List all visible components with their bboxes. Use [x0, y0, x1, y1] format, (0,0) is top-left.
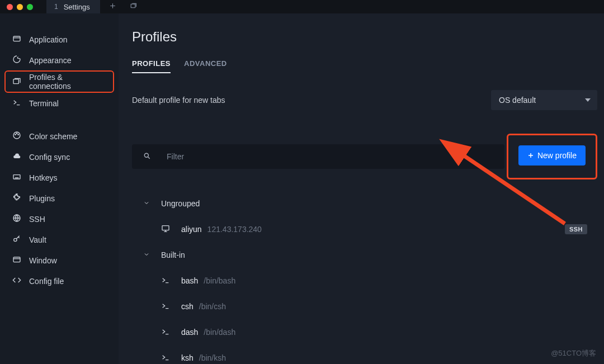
tab-profiles[interactable]: PROFILES	[132, 59, 171, 73]
windows-icon	[12, 77, 21, 87]
profile-group-header[interactable]: Ungrouped	[132, 191, 597, 216]
card-icon	[12, 255, 21, 266]
monitor-icon	[161, 224, 170, 235]
tab-title: Settings	[64, 3, 90, 11]
sidebar-item-label: Window	[29, 256, 57, 265]
sidebar-item-configsync[interactable]: Config sync	[0, 146, 119, 167]
puzzle-icon	[12, 193, 21, 204]
sidebar-item-application[interactable]: Application	[0, 29, 119, 50]
code-icon	[12, 276, 21, 286]
default-profile-select[interactable]: OS default	[491, 90, 597, 110]
profile-name: ksh	[181, 353, 194, 362]
profile-name: aliyun	[181, 225, 202, 234]
paint-icon	[12, 55, 21, 65]
profile-badge: SSH	[565, 224, 587, 234]
svg-point-11	[144, 153, 148, 157]
sidebar-item-label: Vault	[29, 235, 46, 244]
tab-advanced[interactable]: ADVANCED	[184, 59, 227, 73]
profile-path: /bin/dash	[204, 328, 235, 337]
sidebar-item-window[interactable]: Window	[0, 250, 119, 271]
prompt-icon	[12, 98, 21, 108]
sidebar-item-configfile[interactable]: Config file	[0, 271, 119, 291]
sidebar-item-colorscheme[interactable]: Color scheme	[0, 126, 119, 146]
svg-rect-10	[13, 257, 20, 262]
profile-subtabs: PROFILES ADVANCED	[132, 59, 597, 73]
annotation-new-profile-highlight: New profile	[507, 134, 597, 179]
svg-rect-12	[162, 225, 169, 230]
globe-icon	[12, 214, 21, 224]
sidebar-item-plugins[interactable]: Plugins	[0, 188, 119, 209]
key-icon	[12, 234, 21, 245]
profile-path: 121.43.173.240	[207, 225, 262, 234]
filter-input[interactable]	[167, 152, 493, 161]
sidebar-item-appearance[interactable]: Appearance	[0, 50, 119, 70]
sidebar-item-label: Appearance	[29, 56, 72, 65]
maximize-window-button[interactable]	[27, 4, 33, 10]
svg-point-5	[16, 133, 17, 134]
profile-row[interactable]: bash/bin/bash	[132, 268, 597, 294]
new-profile-button[interactable]: New profile	[518, 145, 586, 166]
sidebar-item-label: Plugins	[29, 194, 55, 203]
sidebar-item-vault[interactable]: Vault	[0, 229, 119, 250]
sidebar-item-label: Hotkeys	[29, 173, 58, 182]
default-profile-label: Default profile for new tabs	[132, 96, 491, 105]
profile-row[interactable]: ksh/bin/ksh	[132, 345, 597, 364]
profile-path: /bin/bash	[204, 276, 235, 285]
prompt-icon	[161, 327, 170, 338]
window-controls	[0, 4, 33, 10]
prompt-icon	[161, 276, 170, 286]
minimize-window-button[interactable]	[17, 4, 23, 10]
watermark: @51CTO博客	[551, 348, 596, 358]
svg-point-9	[14, 238, 17, 241]
tab-index: 1	[54, 3, 58, 11]
keyboard-icon	[12, 172, 21, 183]
sidebar-item-terminal[interactable]: Terminal	[0, 93, 119, 114]
profile-name: bash	[181, 276, 198, 285]
profile-name: csh	[181, 302, 194, 311]
cloud-icon	[12, 152, 21, 162]
tab-settings[interactable]: 1 Settings	[46, 0, 100, 13]
page-title: Profiles	[132, 29, 597, 45]
filter-box[interactable]	[132, 144, 504, 169]
sidebar-item-label: Profiles & connections	[29, 73, 105, 91]
sidebar-item-ssh[interactable]: SSH	[0, 209, 119, 229]
sidebar-item-label: Config sync	[29, 153, 70, 162]
new-tab-button[interactable]	[109, 2, 116, 11]
prompt-icon	[161, 301, 170, 312]
chevron-down-icon	[143, 199, 150, 208]
profile-path: /bin/ksh	[199, 353, 226, 362]
close-window-button[interactable]	[7, 4, 13, 10]
tabbar: 1 Settings	[46, 0, 100, 13]
profile-row[interactable]: aliyun121.43.173.240SSH	[132, 216, 597, 242]
sidebar-item-label: Terminal	[29, 99, 59, 108]
sidebar-item-label: Application	[29, 35, 68, 44]
sidebar-item-hotkeys[interactable]: Hotkeys	[0, 167, 119, 188]
svg-rect-1	[13, 36, 20, 41]
profile-row[interactable]: csh/bin/csh	[132, 294, 597, 319]
palette-icon	[12, 131, 21, 141]
sidebar-item-profiles[interactable]: Profiles & connections	[4, 70, 114, 93]
profile-list: Ungroupedaliyun121.43.173.240SSHBuilt-in…	[132, 191, 597, 364]
new-profile-label: New profile	[537, 151, 577, 160]
search-icon	[143, 152, 151, 162]
sidebar-item-label: SSH	[29, 215, 45, 224]
svg-rect-0	[131, 4, 135, 8]
card-icon	[12, 34, 21, 45]
profile-group-name: Built-in	[161, 250, 185, 259]
profile-group-header[interactable]: Built-in	[132, 242, 597, 268]
settings-main: Profiles PROFILES ADVANCED Default profi…	[119, 13, 604, 364]
titlebar: 1 Settings	[0, 0, 604, 13]
profile-name: dash	[181, 328, 198, 337]
svg-rect-7	[13, 175, 20, 179]
sidebar-item-label: Color scheme	[29, 132, 77, 141]
sidebar-item-label: Config file	[29, 277, 64, 286]
svg-point-4	[15, 134, 16, 135]
profile-group-name: Ungrouped	[161, 199, 200, 208]
profile-path: /bin/csh	[199, 302, 226, 311]
tabs-overview-button[interactable]	[130, 2, 137, 11]
svg-rect-2	[13, 79, 18, 83]
settings-sidebar: ApplicationAppearanceProfiles & connecti…	[0, 13, 119, 364]
svg-point-6	[18, 134, 18, 135]
prompt-icon	[161, 353, 170, 363]
profile-row[interactable]: dash/bin/dash	[132, 319, 597, 345]
